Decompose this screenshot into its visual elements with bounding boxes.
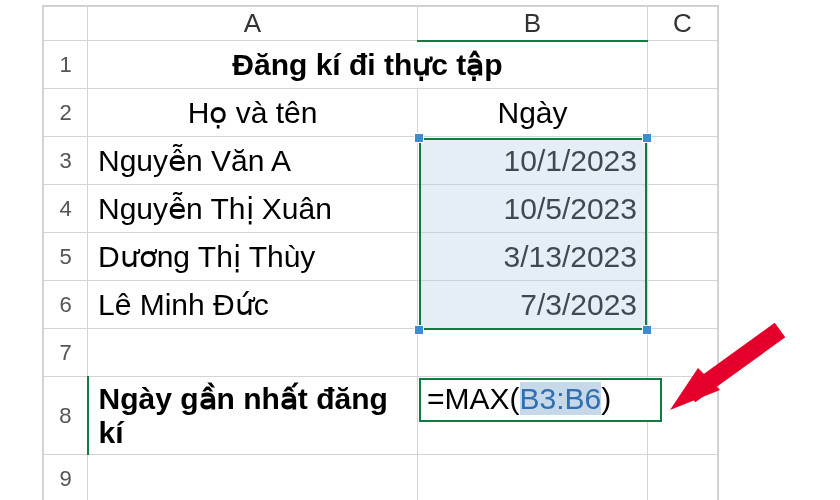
row-header-4[interactable]: 4	[44, 185, 88, 233]
formula-range-ref: B3:B6	[520, 382, 602, 415]
row-header-1[interactable]: 1	[44, 41, 88, 89]
cell-b9[interactable]	[418, 455, 648, 501]
cell-date-2[interactable]: 3/13/2023	[418, 233, 648, 281]
row-header-3[interactable]: 3	[44, 137, 88, 185]
cell-c1[interactable]	[648, 41, 718, 89]
row-header-9[interactable]: 9	[44, 455, 88, 501]
formula-prefix: =MAX(	[427, 382, 520, 415]
cell-b7[interactable]	[418, 329, 648, 377]
header-date[interactable]: Ngày	[418, 89, 648, 137]
cell-name-1[interactable]: Nguyễn Thị Xuân	[88, 185, 418, 233]
header-name[interactable]: Họ và tên	[88, 89, 418, 137]
row-header-7[interactable]: 7	[44, 329, 88, 377]
row-header-2[interactable]: 2	[44, 89, 88, 137]
spreadsheet-grid[interactable]: A B C 1 Đăng kí đi thực tập 2 Họ và tên …	[42, 5, 719, 500]
cell-date-1[interactable]: 10/5/2023	[418, 185, 648, 233]
col-header-a[interactable]: A	[88, 7, 418, 41]
formula-suffix: )	[601, 382, 611, 415]
cell-c9[interactable]	[648, 455, 718, 501]
row-header-5[interactable]: 5	[44, 233, 88, 281]
cell-name-3[interactable]: Lê Minh Đức	[88, 281, 418, 329]
cell-name-0[interactable]: Nguyễn Văn A	[88, 137, 418, 185]
cell-a9[interactable]	[88, 455, 418, 501]
select-all-corner[interactable]	[44, 7, 88, 41]
title-cell[interactable]: Đăng kí đi thực tập	[88, 41, 648, 89]
col-header-c[interactable]: C	[648, 7, 718, 41]
cell-c2[interactable]	[648, 89, 718, 137]
cell-c6[interactable]	[648, 281, 718, 329]
col-header-b[interactable]: B	[418, 7, 648, 41]
cell-c3[interactable]	[648, 137, 718, 185]
row-header-8[interactable]: 8	[44, 377, 88, 455]
cell-name-2[interactable]: Dương Thị Thùy	[88, 233, 418, 281]
cell-c4[interactable]	[648, 185, 718, 233]
label-recent[interactable]: Ngày gần nhất đăng kí	[88, 377, 418, 455]
cell-date-3[interactable]: 7/3/2023	[418, 281, 648, 329]
formula-editor[interactable]: =MAX(B3:B6)	[419, 378, 662, 422]
cell-c5[interactable]	[648, 233, 718, 281]
cell-c7[interactable]	[648, 329, 718, 377]
cell-a7[interactable]	[88, 329, 418, 377]
cell-date-0[interactable]: 10/1/2023	[418, 137, 648, 185]
row-header-6[interactable]: 6	[44, 281, 88, 329]
